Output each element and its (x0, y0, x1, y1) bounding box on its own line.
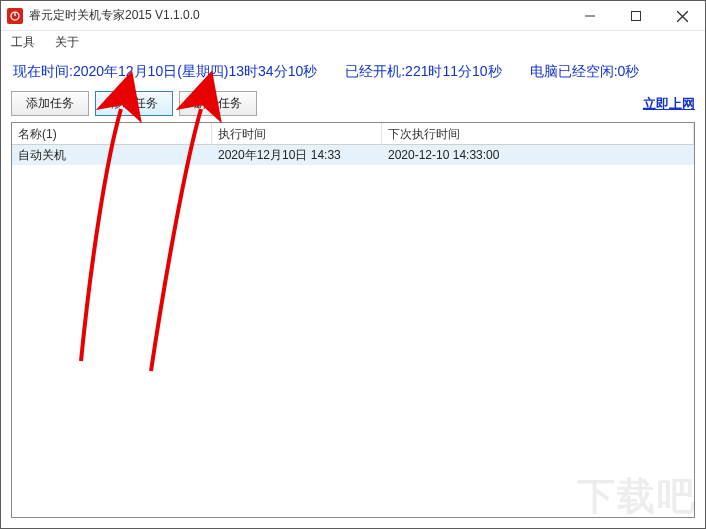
add-task-button[interactable]: 添加任务 (11, 91, 89, 116)
maximize-button[interactable] (613, 1, 659, 31)
app-icon (7, 8, 23, 24)
col-header-exec[interactable]: 执行时间 (212, 123, 382, 145)
title-bar: 睿元定时关机专家2015 V1.1.0.0 (1, 1, 705, 31)
table-row[interactable]: 自动关机 2020年12月10日 14:33 2020-12-10 14:33:… (12, 145, 694, 165)
cell-name: 自动关机 (12, 145, 212, 165)
status-line: 现在时间:2020年12月10日(星期四)13时34分10秒 已经开机:221时… (11, 59, 695, 91)
menu-about[interactable]: 关于 (51, 32, 83, 53)
status-now: 现在时间:2020年12月10日(星期四)13时34分10秒 (13, 63, 317, 81)
menu-tools[interactable]: 工具 (7, 32, 39, 53)
close-button[interactable] (659, 1, 705, 31)
status-idle: 电脑已经空闲:0秒 (530, 63, 640, 81)
col-header-next[interactable]: 下次执行时间 (382, 123, 694, 145)
status-uptime: 已经开机:221时11分10秒 (345, 63, 501, 81)
cell-exec: 2020年12月10日 14:33 (212, 145, 382, 165)
content-area: 现在时间:2020年12月10日(星期四)13时34分10秒 已经开机:221时… (1, 53, 705, 528)
task-grid: 名称(1) 执行时间 下次执行时间 自动关机 2020年12月10日 14:33… (11, 122, 695, 518)
toolbar: 添加任务 修改任务 删除任务 立即上网 (11, 91, 695, 116)
col-header-name[interactable]: 名称(1) (12, 123, 212, 145)
minimize-button[interactable] (567, 1, 613, 31)
go-online-link[interactable]: 立即上网 (643, 95, 695, 113)
grid-header: 名称(1) 执行时间 下次执行时间 (12, 123, 694, 145)
window-controls (567, 1, 705, 30)
cell-next: 2020-12-10 14:33:00 (382, 145, 694, 165)
edit-task-button[interactable]: 修改任务 (95, 91, 173, 116)
svg-rect-3 (632, 12, 641, 21)
window-title: 睿元定时关机专家2015 V1.1.0.0 (29, 7, 200, 24)
watermark: 下载吧 (577, 471, 697, 522)
menu-bar: 工具 关于 (1, 31, 705, 53)
delete-task-button[interactable]: 删除任务 (179, 91, 257, 116)
